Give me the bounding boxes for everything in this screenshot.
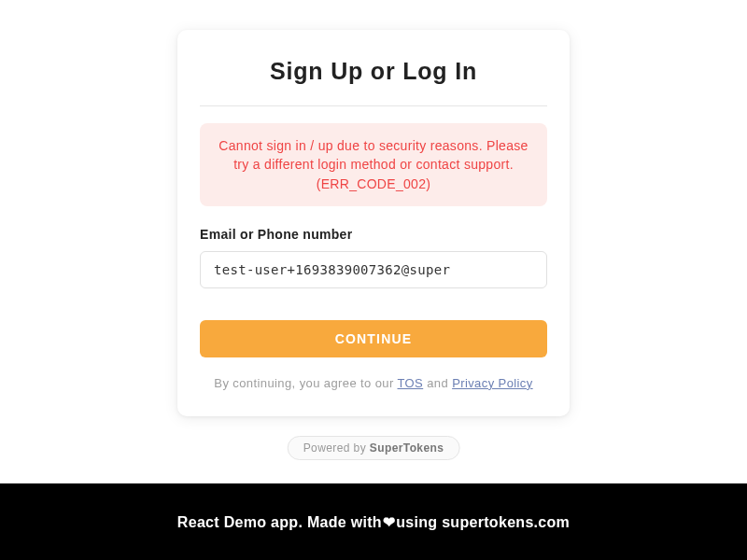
tos-link[interactable]: TOS (398, 376, 424, 390)
continue-button[interactable]: CONTINUE (200, 320, 547, 357)
footer-prefix: React Demo app. Made with (177, 514, 382, 530)
footer-text: React Demo app. Made with❤using supertok… (177, 513, 570, 531)
footer-suffix: using supertokens.com (396, 514, 570, 530)
error-banner: Cannot sign in / up due to security reas… (200, 123, 547, 206)
powered-brand: SuperTokens (370, 441, 444, 455)
divider (200, 105, 547, 106)
consent-prefix: By continuing, you agree to our (214, 376, 397, 390)
privacy-link[interactable]: Privacy Policy (452, 376, 533, 390)
consent-mid: and (427, 376, 452, 390)
error-message: Cannot sign in / up due to security reas… (217, 136, 530, 193)
powered-by-pill[interactable]: Powered by SuperTokens (288, 436, 460, 460)
powered-prefix: Powered by (303, 441, 370, 455)
footer-bar: React Demo app. Made with❤using supertok… (0, 483, 747, 560)
auth-card: Sign Up or Log In Cannot sign in / up du… (177, 30, 570, 416)
email-phone-label: Email or Phone number (200, 227, 547, 242)
consent-text: By continuing, you agree to our TOS and … (200, 374, 547, 394)
heart-icon: ❤ (383, 513, 395, 531)
email-phone-input[interactable] (200, 251, 547, 288)
page-title: Sign Up or Log In (200, 58, 547, 85)
